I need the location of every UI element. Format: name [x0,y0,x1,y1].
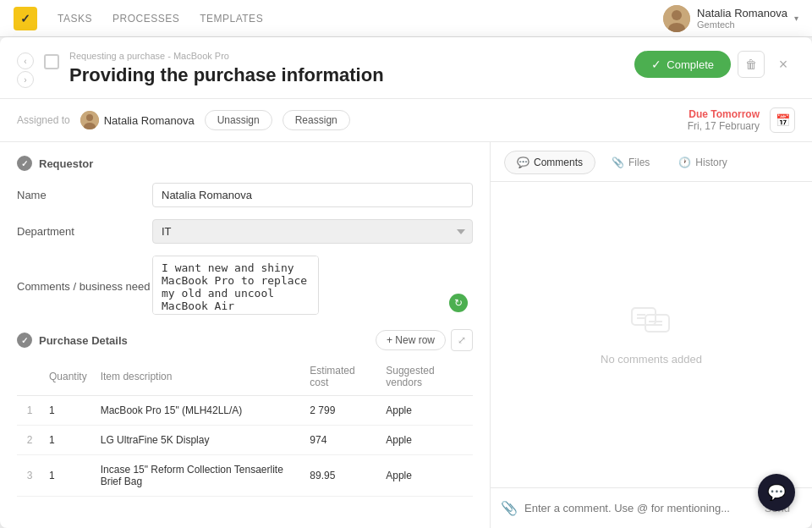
purchase-section: ✓ Purchase Details + New row ⤢ Q [17,329,473,497]
left-panel: ✓ Requestor Name Department IT HR Financ… [0,142,491,528]
department-select[interactable]: IT HR Finance Marketing Engineering [152,219,473,244]
nav-templates[interactable]: TEMPLATES [200,13,263,25]
name-label: Name [17,189,152,201]
chevron-down-icon: ▾ [794,14,798,23]
top-nav: ✓ TASKS PROCESSES TEMPLATES Natalia Roma… [0,0,812,37]
unassign-button[interactable]: Unassign [205,110,272,130]
trash-icon: 🗑 [745,58,757,71]
expand-icon: ⤢ [458,334,466,346]
row-qty: 1 [42,455,94,497]
attach-icon[interactable]: 📎 [501,500,518,516]
svg-point-1 [672,10,682,20]
expand-button[interactable]: ⤢ [451,329,473,351]
row-cost: 974 [303,426,379,455]
assigned-user-name: Natalia Romanova [104,114,195,127]
app-logo: ✓ [14,7,37,30]
row-num: 3 [17,455,42,497]
col-cost: Estimated cost [303,358,379,396]
purchase-icon: ✓ [17,333,32,348]
delete-button[interactable]: 🗑 [738,51,765,78]
row-cost: 2 799 [303,396,379,426]
assigned-label: Assigned to [17,114,70,126]
comments-textarea[interactable]: I want new and shiny MacBook Pro to repl… [152,256,319,315]
requestor-section-header: ✓ Requestor [17,156,473,171]
right-tabs: 💬 Comments 📎 Files 🕐 History [491,142,812,182]
chat-bubble-button[interactable]: 💬 [758,474,795,511]
modal-body: ✓ Requestor Name Department IT HR Financ… [0,142,812,528]
user-name: Natalia Romanova [697,7,787,19]
name-input[interactable] [152,183,473,207]
row-vendor: Apple [379,396,473,426]
user-menu[interactable]: Natalia Romanova Gemtech ▾ [663,5,798,32]
purchase-section-header: ✓ Purchase Details + New row ⤢ [17,329,473,351]
department-row: Department IT HR Finance Marketing Engin… [17,219,473,244]
col-qty: Quantity [42,358,94,396]
tab-files[interactable]: 📎 Files [599,151,662,174]
requestor-title: Requestor [39,157,93,170]
nav-down-arrow[interactable]: › [17,71,34,88]
row-desc: Incase 15" Reform Collection Tensaerlite… [94,455,304,497]
right-panel: 💬 Comments 📎 Files 🕐 History [491,142,812,528]
breadcrumb: Requesting a purchase - MacBook Pro [69,51,384,61]
table-row: 1 1 MacBook Pro 15" (MLH42LL/A) 2 799 Ap… [17,396,473,426]
check-icon: ✓ [651,58,661,71]
department-label: Department [17,225,152,238]
close-button[interactable]: × [771,52,795,76]
history-tab-label: History [695,157,727,168]
close-icon: × [779,56,788,74]
row-num: 2 [17,426,42,455]
history-tab-icon: 🕐 [678,157,691,168]
files-tab-icon: 📎 [612,157,624,168]
user-company: Gemtech [697,19,787,30]
nav-up-arrow[interactable]: ‹ [17,52,34,69]
sub-header: Assigned to Natalia Romanova Unassign Re… [0,99,812,142]
nav-arrows: ‹ › [17,52,34,88]
purchase-title: Purchase Details [39,334,128,347]
files-tab-label: Files [628,157,650,168]
col-desc: Item description [94,358,304,396]
table-row: 2 1 LG UltraFine 5K Display 974 Apple [17,426,473,455]
table-row: 3 1 Incase 15" Reform Collection Tensaer… [17,455,473,497]
calendar-icon: 📅 [776,113,790,127]
task-checkbox[interactable] [44,54,59,69]
complete-button[interactable]: ✓ Complete [634,51,731,78]
comment-input[interactable] [524,502,746,514]
row-qty: 1 [42,426,94,455]
nav-processes[interactable]: PROCESSES [112,13,179,25]
comments-tab-icon: 💬 [517,157,529,168]
svg-rect-7 [645,315,669,332]
row-vendor: Apple [379,455,473,497]
row-cost: 89.95 [303,455,379,497]
due-date-label: Due Tomorrow [688,108,760,120]
comments-row: Comments / business need I want new and … [17,256,473,317]
no-comments-text: No comments added [601,353,702,366]
comments-wrap: I want new and shiny MacBook Pro to repl… [152,256,473,317]
row-num: 1 [17,396,42,426]
col-num [17,358,42,396]
nav-tasks[interactable]: TASKS [58,13,92,25]
tab-history[interactable]: 🕐 History [666,151,739,174]
row-desc: LG UltraFine 5K Display [94,426,304,455]
no-comments-icon [630,305,672,346]
assigned-avatar [80,111,99,129]
svg-point-4 [86,114,93,121]
comments-label: Comments / business need [17,280,152,293]
calendar-button[interactable]: 📅 [770,107,795,133]
due-date-value: Fri, 17 February [688,120,760,132]
chat-bubble-icon: 💬 [767,483,786,502]
new-row-button[interactable]: + New row [376,330,446,350]
assigned-user: Natalia Romanova [80,111,195,129]
comments-tab-label: Comments [534,157,583,168]
reassign-button[interactable]: Reassign [283,110,350,130]
modal-header: ‹ › Requesting a purchase - MacBook Pro … [0,37,812,99]
row-desc: MacBook Pro 15" (MLH42LL/A) [94,396,304,426]
page-title: Providing the purchase information [69,64,384,86]
row-qty: 1 [42,396,94,426]
col-vendor: Suggested vendors [379,358,473,396]
comments-content: No comments added [491,182,812,487]
tab-comments[interactable]: 💬 Comments [504,151,595,174]
requestor-icon: ✓ [17,156,32,171]
ai-button[interactable]: ↻ [449,294,468,312]
row-vendor: Apple [379,426,473,455]
purchase-table: Quantity Item description Estimated cost… [17,358,473,497]
